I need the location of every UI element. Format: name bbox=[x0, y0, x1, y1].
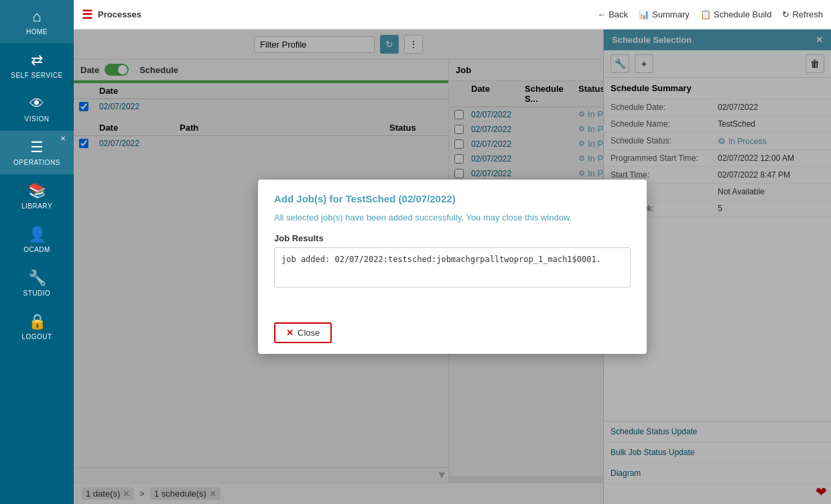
modal-result-box: job added: 02/07/2022:testsched:jobmachg… bbox=[274, 247, 631, 288]
modal-section-label: Job Results bbox=[274, 233, 631, 243]
sidebar-item-ocadm[interactable]: 👤 OCADM bbox=[0, 218, 74, 261]
sidebar-item-label: OCADM bbox=[23, 246, 50, 253]
sidebar-item-self-service[interactable]: ⇄ SELF SERVICE bbox=[0, 44, 74, 87]
sidebar-item-studio[interactable]: 🔧 STUDIO bbox=[0, 261, 74, 305]
menu-icon[interactable]: ☰ bbox=[82, 7, 92, 22]
sidebar: ⌂ HOME ⇄ SELF SERVICE 👁 VISION ✕ ☰ OPERA… bbox=[0, 0, 74, 504]
sidebar-item-label: HOME bbox=[26, 28, 48, 36]
library-icon: 📚 bbox=[28, 182, 46, 200]
sidebar-item-label: LOGOUT bbox=[21, 333, 52, 340]
schedule-build-button[interactable]: 📋 Schedule Build bbox=[700, 9, 772, 19]
close-modal-button[interactable]: ✕ Close bbox=[274, 322, 332, 343]
back-button[interactable]: ← Back bbox=[597, 9, 628, 19]
sidebar-item-home[interactable]: ⌂ HOME bbox=[0, 0, 74, 44]
sidebar-item-vision[interactable]: 👁 VISION bbox=[0, 87, 74, 131]
sidebar-item-label: LIBRARY bbox=[21, 202, 52, 210]
sidebar-item-logout[interactable]: 🔒 LOGOUT bbox=[0, 305, 74, 349]
main-content: ☰ Processes ← Back 📊 Summary 📋 Schedule … bbox=[74, 0, 831, 504]
schedule-icon: 📋 bbox=[700, 9, 711, 19]
close-label: Close bbox=[298, 328, 320, 338]
vision-icon: 👁 bbox=[29, 95, 44, 113]
home-icon: ⌂ bbox=[32, 8, 41, 25]
sidebar-item-label: STUDIO bbox=[23, 290, 51, 297]
sidebar-item-operations[interactable]: ✕ ☰ OPERATIONS bbox=[0, 131, 74, 174]
topbar: ☰ Processes ← Back 📊 Summary 📋 Schedule … bbox=[74, 0, 831, 29]
modal-title: Add Job(s) for TestSched (02/07/2022) bbox=[274, 193, 631, 204]
ocadm-icon: 👤 bbox=[28, 226, 46, 243]
refresh-icon: ↻ bbox=[782, 9, 789, 19]
back-icon: ← bbox=[597, 9, 606, 19]
refresh-button[interactable]: ↻ Refresh bbox=[782, 9, 823, 19]
studio-icon: 🔧 bbox=[28, 269, 46, 287]
summary-button[interactable]: 📊 Summary bbox=[639, 9, 690, 19]
logout-icon: 🔒 bbox=[28, 313, 46, 330]
modal-body: Add Job(s) for TestSched (02/07/2022) Al… bbox=[258, 180, 647, 314]
sidebar-item-label: VISION bbox=[25, 115, 50, 123]
modal-success-message: All selected job(s) have been added succ… bbox=[274, 212, 631, 223]
sidebar-item-library[interactable]: 📚 LIBRARY bbox=[0, 174, 74, 218]
self-service-icon: ⇄ bbox=[31, 52, 43, 69]
operations-icon: ☰ bbox=[30, 139, 44, 156]
topbar-actions: ← Back 📊 Summary 📋 Schedule Build ↻ Refr… bbox=[597, 9, 823, 19]
chart-icon: 📊 bbox=[639, 9, 649, 19]
add-jobs-modal: Add Job(s) for TestSched (02/07/2022) Al… bbox=[258, 180, 647, 354]
sidebar-item-label: OPERATIONS bbox=[13, 159, 60, 166]
page-title: Processes bbox=[98, 9, 141, 19]
close-x-icon: ✕ bbox=[286, 328, 294, 338]
close-icon[interactable]: ✕ bbox=[60, 135, 66, 142]
modal-footer: ✕ Close bbox=[258, 314, 647, 354]
modal-overlay: Add Job(s) for TestSched (02/07/2022) Al… bbox=[74, 29, 831, 504]
page-title-area: ☰ Processes bbox=[82, 7, 597, 22]
content-area: Filter Profile ↻ ⋮ Date Schedule bbox=[74, 29, 831, 504]
sidebar-item-label: SELF SERVICE bbox=[11, 72, 63, 79]
